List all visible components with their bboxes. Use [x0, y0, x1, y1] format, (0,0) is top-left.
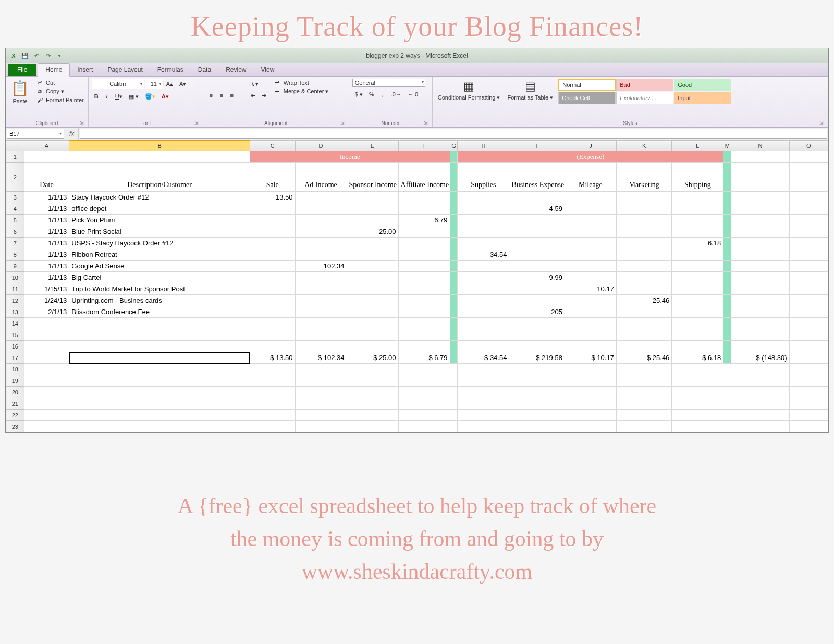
font-color-button[interactable]: A▾ [159, 91, 171, 102]
table-row[interactable]: 51/1/13Pick You Plum6.79 [6, 215, 828, 226]
increase-indent-icon[interactable]: ⇥ [259, 90, 269, 101]
conditional-formatting-button[interactable]: ▦ Conditional Formatting ▾ [436, 79, 502, 102]
font-name-combo[interactable]: Calibri [92, 79, 144, 89]
orientation-icon[interactable]: ⤹▾ [248, 79, 261, 89]
table-row[interactable]: 31/1/13Stacy Haycock Order #1213.50 [6, 192, 828, 203]
window-title: blogger exp 2 ways - Microsoft Excel [6, 52, 828, 59]
format-painter-button[interactable]: 🖌Format Painter [34, 96, 85, 104]
excel-window: X 💾 ↶ ↷ ▾ blogger exp 2 ways - Microsoft… [5, 48, 829, 433]
style-normal[interactable]: Normal [558, 79, 616, 91]
increase-decimal-button[interactable]: .0→ [388, 89, 404, 100]
select-all-corner[interactable] [6, 141, 24, 151]
ribbon-tabs: File Home Insert Page Layout Formulas Da… [6, 63, 828, 77]
tab-view[interactable]: View [254, 64, 282, 76]
decrease-font-icon[interactable]: A▾ [177, 79, 189, 89]
align-bottom-icon[interactable]: ≡ [227, 79, 237, 89]
italic-button[interactable]: I [102, 91, 112, 102]
tab-formulas[interactable]: Formulas [150, 64, 191, 76]
align-center-icon[interactable]: ≡ [217, 90, 226, 101]
column-headers[interactable]: A B C D E F G H I J K L M N O [6, 141, 828, 151]
income-header: Income [250, 151, 450, 163]
qat-more-icon[interactable]: ▾ [55, 51, 64, 60]
merge-center-button[interactable]: ⬌Merge & Center ▾ [272, 88, 330, 95]
conditional-icon: ▦ [463, 80, 474, 93]
cut-button[interactable]: ✂Cut [34, 79, 85, 86]
tab-review[interactable]: Review [218, 64, 253, 76]
titlebar: X 💾 ↶ ↷ ▾ blogger exp 2 ways - Microsoft… [6, 48, 828, 63]
cell-styles-gallery[interactable]: Normal Bad Good Check Cell Explanatory .… [558, 79, 731, 104]
table-row[interactable]: 121/24/13Uprinting.com - Busines cards25… [6, 295, 828, 306]
style-good[interactable]: Good [674, 79, 731, 91]
table-row[interactable]: 71/1/13USPS - Stacy Haycock Order #126.1… [6, 238, 828, 249]
table-row[interactable]: 19 [6, 375, 828, 387]
bold-button[interactable]: B [92, 91, 101, 102]
align-right-icon[interactable]: ≡ [227, 90, 237, 101]
paste-button[interactable]: 📋 Paste [9, 79, 31, 105]
undo-icon[interactable]: ↶ [32, 51, 41, 60]
column-label-row[interactable]: 2 Date Description/Customer Sale Ad Inco… [6, 163, 828, 192]
table-row[interactable]: 14 [6, 318, 828, 329]
scissors-icon: ✂ [35, 79, 44, 86]
brush-icon: 🖌 [35, 97, 44, 103]
formula-input[interactable] [80, 129, 827, 139]
table-row[interactable]: 18 [6, 364, 828, 375]
align-left-icon[interactable]: ≡ [206, 90, 216, 101]
selected-cell-b17[interactable] [69, 352, 250, 364]
fx-icon[interactable]: fx [65, 128, 79, 140]
decrease-indent-icon[interactable]: ⇤ [248, 90, 258, 101]
table-icon: ▤ [525, 80, 536, 93]
table-row[interactable]: 91/1/13Google Ad Sense102.34 [6, 261, 828, 272]
align-middle-icon[interactable]: ≡ [217, 79, 226, 89]
table-row[interactable]: 61/1/13Blue Print Social25.00 [6, 226, 828, 238]
wrap-icon: ↩ [273, 79, 281, 86]
table-row[interactable]: 22 [6, 410, 828, 421]
tab-insert[interactable]: Insert [70, 64, 100, 76]
style-input[interactable]: Input [674, 92, 731, 104]
name-box[interactable]: B17 [7, 129, 64, 139]
copy-button[interactable]: ⧉Copy ▾ [34, 88, 85, 95]
paste-icon: 📋 [11, 80, 29, 97]
section-header-row[interactable]: 1 Income (Expense) [6, 151, 828, 163]
align-top-icon[interactable]: ≡ [206, 79, 216, 89]
table-row[interactable]: 15 [6, 329, 828, 341]
currency-button[interactable]: $ ▾ [352, 89, 365, 100]
table-row[interactable]: 41/1/13office depot4.59 [6, 203, 828, 215]
table-row[interactable]: 23 [6, 421, 828, 432]
decrease-decimal-button[interactable]: ←.0 [405, 89, 421, 100]
tab-page-layout[interactable]: Page Layout [100, 64, 150, 76]
redo-icon[interactable]: ↷ [43, 51, 53, 60]
tab-home[interactable]: Home [38, 63, 70, 77]
table-row[interactable]: 81/1/13Ribbon Retreat34.54 [6, 249, 828, 261]
totals-row[interactable]: 17 $ 13.50 $ 102.34 $ 25.00 $ 6.79 $ 34.… [6, 352, 828, 364]
tab-data[interactable]: Data [191, 64, 218, 76]
style-bad[interactable]: Bad [616, 79, 673, 91]
table-row[interactable]: 16 [6, 341, 828, 352]
table-row[interactable]: 101/1/13Big Cartel9.99 [6, 272, 828, 283]
style-explanatory[interactable]: Explanatory ... [616, 92, 673, 104]
underline-button[interactable]: U ▾ [113, 91, 125, 102]
border-button[interactable]: ▦ ▾ [126, 91, 141, 102]
increase-font-icon[interactable]: A▴ [164, 79, 176, 89]
paste-label: Paste [13, 98, 27, 104]
comma-button[interactable]: , [378, 89, 387, 100]
style-check-cell[interactable]: Check Cell [558, 92, 616, 104]
fill-color-button[interactable]: 🪣▾ [142, 91, 158, 102]
table-row[interactable]: 111/15/13Trip to World Market for Sponso… [6, 283, 828, 295]
styles-group-label: Styles [436, 119, 825, 126]
table-row[interactable]: 132/1/13Blissdom Conference Fee205 [6, 306, 828, 318]
formula-bar: B17 fx [6, 128, 828, 140]
copy-icon: ⧉ [35, 88, 44, 95]
table-row[interactable]: 21 [6, 398, 828, 410]
overlay-title: Keeping Track of your Blog Finances! [0, 0, 834, 48]
ribbon-home: 📋 Paste ✂Cut ⧉Copy ▾ 🖌Format Painter Cli… [6, 77, 828, 128]
font-size-combo[interactable]: 11 [145, 79, 163, 89]
excel-icon: X [9, 51, 18, 60]
table-row[interactable]: 20 [6, 387, 828, 398]
wrap-text-button[interactable]: ↩Wrap Text [272, 79, 330, 86]
number-format-combo[interactable]: General [352, 79, 425, 87]
format-as-table-button[interactable]: ▤ Format as Table ▾ [505, 79, 555, 102]
percent-button[interactable]: % [366, 89, 377, 100]
save-icon[interactable]: 💾 [20, 51, 30, 60]
spreadsheet[interactable]: A B C D E F G H I J K L M N O 1 Income [6, 140, 828, 432]
tab-file[interactable]: File [8, 64, 36, 76]
